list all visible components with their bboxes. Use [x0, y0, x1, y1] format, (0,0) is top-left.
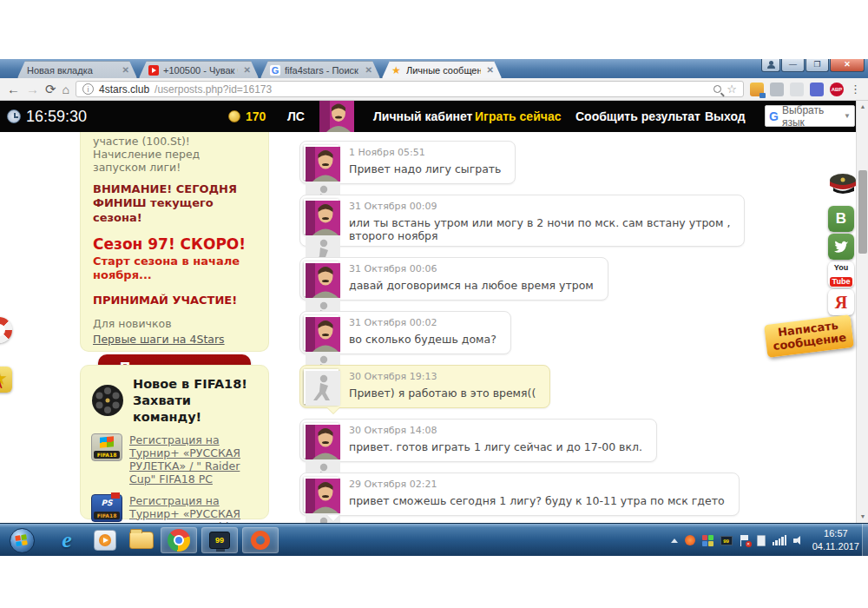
message-bubble[interactable]: 31 Октября 00:09 или ты встань утром или…	[299, 195, 745, 247]
register-pc-link[interactable]: Регистрация на Турнир+ «РУССКАЯ РУЛЕТКА»…	[129, 433, 258, 486]
scroll-up-arrow[interactable]: ▲	[857, 101, 868, 113]
system-tray: 99 ✕	[671, 524, 806, 557]
tab-new-tab[interactable]: Новая вкладка ✕	[17, 61, 137, 78]
origin-app-icon[interactable]	[242, 527, 279, 553]
sender-avatar[interactable]	[304, 423, 339, 458]
register-ps4-link[interactable]: Регистрация на Турнир+ «РУССКАЯ РУЛЕТКА»…	[129, 494, 258, 523]
action-center-flag-icon[interactable]: ✕	[740, 535, 750, 546]
forward-button[interactable]: →	[26, 83, 39, 96]
tab-youtube[interactable]: +100500 - Чувак Спали ✕	[139, 61, 259, 78]
message-bubble[interactable]: 29 Октября 02:21 привет сможешь сегодня …	[299, 473, 740, 516]
language-selector[interactable]: G Выбрать язык ▼	[765, 105, 855, 127]
volume-icon[interactable]	[793, 535, 806, 546]
scroll-down-arrow[interactable]: ▼	[857, 511, 868, 523]
internet-explorer-icon[interactable]: e	[49, 527, 85, 553]
first-steps-link[interactable]: Первые шаги на 4Stars	[93, 333, 225, 346]
extension-icon-2[interactable]	[770, 83, 784, 96]
sender-avatar[interactable]	[304, 261, 339, 296]
windows-taskbar: e 99 99 ✕ 16:57 04.11.2017	[0, 523, 868, 556]
message-text: Привет надо лигу сыграть	[349, 162, 501, 175]
back-button[interactable]: ←	[7, 83, 20, 96]
yandex-icon[interactable]: Я	[828, 289, 854, 315]
adblock-icon[interactable]: ABP	[830, 83, 844, 96]
message-bubble[interactable]: 30 Октября 14:08 привет. готов играть 1 …	[299, 419, 657, 462]
coins-balance: 170	[228, 101, 266, 132]
message-date: 31 Октября 00:06	[349, 263, 594, 274]
extension-icon-4[interactable]	[810, 83, 824, 96]
sender-avatar[interactable]	[304, 315, 339, 350]
message-date: 31 Октября 00:02	[349, 317, 496, 328]
url-domain: 4stars.club	[99, 83, 149, 96]
url-path: /userposts.php?id=16173	[155, 83, 272, 96]
tray-app-icon[interactable]	[702, 535, 713, 546]
maximize-button[interactable]: ❐	[806, 59, 829, 72]
sender-avatar[interactable]	[304, 369, 339, 404]
page-viewport: 16:59:30 170 ЛС Личный кабинет Играть се…	[0, 101, 868, 523]
fifa18-pc-icon: FIFA18	[91, 433, 122, 461]
message-bubble[interactable]: 31 Октября 00:02 во сколько будешь дома?	[299, 311, 511, 354]
origin-tray-icon[interactable]	[685, 535, 695, 545]
address-bar[interactable]: i 4stars.club/userposts.php?id=16173 ☆	[76, 81, 744, 97]
star-rating-icon[interactable]: ★	[0, 367, 12, 393]
tray-document-icon[interactable]	[757, 535, 766, 546]
roulette-cylinder-icon	[91, 384, 124, 417]
page-scrollbar[interactable]: ▲ ▼	[856, 101, 868, 523]
military-cap-icon[interactable]	[828, 169, 854, 199]
sender-avatar[interactable]	[304, 477, 339, 512]
tab-messages-active[interactable]: ★ Личные сообщения ge ✕	[382, 61, 502, 78]
nav-report-result[interactable]: Сообщить результат	[575, 101, 700, 132]
tab-close-icon[interactable]: ✕	[364, 65, 374, 75]
message-text: или ты встань утром или могу в 2 ночи по…	[349, 216, 730, 242]
start-button[interactable]	[7, 527, 36, 553]
message-bubble[interactable]: 31 Октября 00:06 давай договоримся на лю…	[299, 257, 608, 301]
private-messages-link[interactable]: ЛС	[287, 101, 305, 132]
message-bubble[interactable]: 30 Октября 19:13 Привет) я работаю в это…	[299, 365, 550, 408]
profile-button[interactable]	[761, 59, 780, 72]
home-button[interactable]: ⌂	[62, 83, 69, 96]
taskbar-clock[interactable]: 16:57 04.11.2017	[812, 527, 859, 553]
clock-icon	[7, 109, 21, 123]
lifebuoy-icon[interactable]	[0, 317, 12, 343]
nav-personal-cabinet[interactable]: Личный кабинет	[373, 101, 472, 132]
nav-logout[interactable]: Выход	[705, 101, 746, 132]
reload-button[interactable]: ⟳	[45, 83, 56, 96]
youtube-icon[interactable]: YouTube	[828, 261, 854, 287]
zoom-icon[interactable]	[713, 85, 721, 93]
fifa-99-app-icon[interactable]: 99	[201, 527, 238, 553]
show-desktop-button[interactable]	[862, 524, 868, 557]
extension-icon-3[interactable]	[790, 83, 804, 96]
close-button[interactable]: ✕	[830, 59, 865, 72]
site-header: 16:59:30 170 ЛС Личный кабинет Играть се…	[0, 101, 856, 132]
tab-close-icon[interactable]: ✕	[242, 65, 253, 75]
tab-title: Личные сообщения ge	[406, 65, 481, 76]
tray-monitor-99-icon[interactable]: 99	[720, 536, 733, 545]
media-player-icon[interactable]	[87, 527, 123, 553]
hidden-icons-arrow[interactable]	[671, 539, 678, 543]
tab-close-icon[interactable]: ✕	[485, 65, 496, 75]
google-translate-icon: G	[769, 109, 779, 123]
extension-icon-1[interactable]	[750, 83, 764, 96]
message-text: во сколько будешь дома?	[349, 333, 496, 346]
coin-icon	[228, 110, 240, 122]
network-signal-icon[interactable]	[773, 535, 787, 545]
message-bubble[interactable]: 1 Ноября 05:51 Привет надо лигу сыграть	[299, 141, 516, 184]
scrollbar-thumb[interactable]	[858, 170, 867, 254]
announcement-attention: ВНИМАНИЕ! СЕГОДНЯ ФИНИШ текущего сезона!	[93, 182, 256, 225]
sender-avatar[interactable]	[304, 199, 339, 234]
browser-window: Новая вкладка ✕ +100500 - Чувак Спали ✕ …	[0, 59, 868, 523]
bookmark-star-icon[interactable]: ☆	[727, 83, 737, 96]
twitter-icon[interactable]	[828, 234, 854, 260]
vk-icon[interactable]: B	[828, 206, 854, 232]
tab-google-search[interactable]: G fifa4stars - Поиск в Goo ✕	[260, 61, 380, 78]
file-explorer-icon[interactable]	[123, 527, 160, 553]
page-info-icon[interactable]: i	[82, 83, 94, 95]
browser-menu-icon[interactable]: ⋮	[850, 83, 861, 95]
minimize-button[interactable]: —	[781, 59, 805, 72]
google-favicon: G	[270, 65, 280, 76]
season-title: Сезон 97! СКОРО!	[93, 235, 256, 253]
sender-avatar[interactable]	[304, 145, 339, 180]
user-avatar[interactable]	[319, 101, 354, 132]
nav-play-now[interactable]: Играть сейчас	[475, 101, 561, 132]
chrome-taskbar-icon[interactable]	[161, 527, 197, 553]
tab-close-icon[interactable]: ✕	[121, 65, 131, 75]
